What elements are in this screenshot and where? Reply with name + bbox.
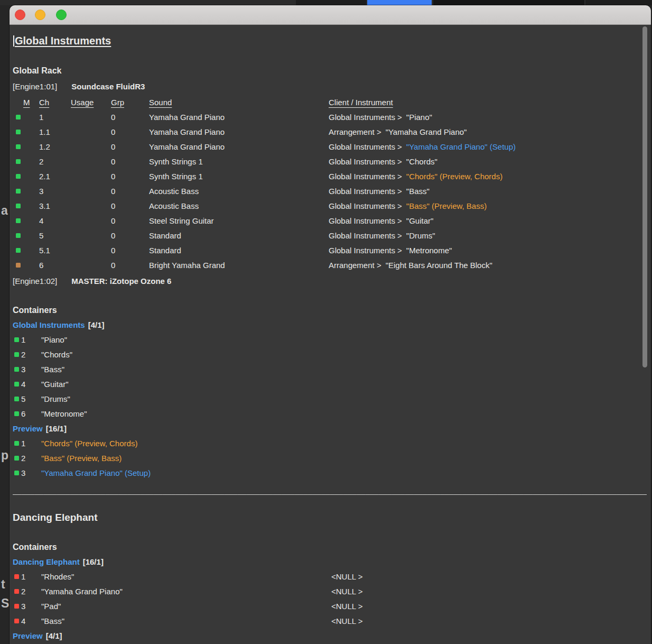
item-marker-cell bbox=[14, 392, 21, 407]
background-menubar-segment bbox=[585, 0, 652, 5]
item-number: 3 bbox=[21, 362, 41, 377]
section-divider: ________________________________________… bbox=[13, 483, 647, 498]
client-instrument-name: "Eight Bars Around The Block" bbox=[386, 261, 492, 270]
document-title-row: Global Instruments bbox=[13, 33, 647, 49]
green-status-icon bbox=[14, 456, 19, 461]
containers-heading: Containers bbox=[13, 303, 647, 318]
rack-cell-group: 0 bbox=[111, 110, 149, 125]
rack-cell-mute bbox=[16, 258, 39, 273]
rack-cell-sound: Bright Yamaha Grand bbox=[149, 258, 329, 273]
container-group-count: [4/1] bbox=[46, 631, 62, 640]
item-number: 4 bbox=[21, 614, 41, 629]
green-status-icon bbox=[16, 159, 21, 164]
item-marker-cell bbox=[14, 436, 21, 451]
item-number: 2 bbox=[21, 584, 41, 599]
page-title: Global Instruments bbox=[15, 35, 111, 47]
container-item: 2"Chords" bbox=[13, 347, 647, 362]
item-label: "Chords" bbox=[41, 347, 331, 362]
green-status-icon bbox=[16, 144, 21, 149]
client-instrument-name: "Guitar" bbox=[406, 216, 434, 225]
rack-cell-mute bbox=[16, 214, 39, 228]
rack-cell-mute bbox=[16, 243, 39, 258]
rack-cell-group: 0 bbox=[111, 214, 149, 228]
item-label: "Bass" (Preview, Bass) bbox=[41, 451, 331, 466]
client-prefix: Arrangement > bbox=[329, 127, 381, 136]
window-titlebar[interactable] bbox=[10, 5, 651, 25]
column-header-usage: Usage bbox=[71, 98, 94, 107]
green-status-icon bbox=[14, 382, 19, 387]
rack-cell-group: 0 bbox=[111, 228, 149, 243]
client-prefix: Global Instruments > bbox=[329, 246, 402, 255]
item-marker-cell bbox=[14, 407, 21, 421]
item-label: "Metronome" bbox=[41, 407, 331, 421]
container-group-name: Preview bbox=[13, 424, 43, 433]
rack-cell-client: Global Instruments >"Chords" (Preview, C… bbox=[329, 169, 647, 184]
container-group-header: Global Instruments[4/1] bbox=[13, 318, 647, 333]
item-number: 4 bbox=[21, 377, 41, 392]
red-status-icon bbox=[14, 619, 19, 623]
rack-cell-sound: Standard bbox=[149, 243, 329, 258]
item-marker-cell bbox=[14, 614, 21, 629]
client-instrument-name: "Bass" (Preview, Bass) bbox=[406, 201, 487, 210]
scrollbar-thumb[interactable] bbox=[642, 26, 647, 367]
engine-tag: [Engine1:02] bbox=[13, 277, 57, 286]
container-item: 2"Bass" (Preview, Bass) bbox=[13, 451, 647, 466]
item-number: 1 bbox=[21, 333, 41, 347]
container-group-count: [16/1] bbox=[46, 424, 67, 433]
column-header-ch: Ch bbox=[39, 98, 49, 107]
item-number: 2 bbox=[21, 451, 41, 466]
rack-cell-channel: 1.1 bbox=[39, 125, 71, 140]
item-number: 3 bbox=[21, 599, 41, 614]
minimize-button[interactable] bbox=[35, 10, 45, 20]
item-marker-cell bbox=[14, 362, 21, 377]
red-status-icon bbox=[14, 589, 19, 594]
item-number: 1 bbox=[21, 569, 41, 584]
item-client-null bbox=[331, 451, 647, 466]
container-item: 3"Bass" bbox=[13, 362, 647, 377]
item-client-null bbox=[331, 377, 647, 392]
rack-cell-group: 0 bbox=[111, 199, 149, 214]
rack-cell-usage bbox=[71, 214, 111, 228]
rack-cell-channel: 2 bbox=[39, 154, 71, 169]
item-client-null: <NULL > bbox=[331, 614, 647, 629]
client-instrument-name: "Drums" bbox=[406, 231, 435, 240]
rack-cell-mute bbox=[16, 140, 39, 154]
red-status-icon bbox=[14, 574, 19, 579]
rack-cell-client: Global Instruments >"Bass" (Preview, Bas… bbox=[329, 199, 647, 214]
rack-cell-client: Arrangement >"Eight Bars Around The Bloc… bbox=[329, 258, 647, 273]
rack-row: 60Bright Yamaha GrandArrangement >"Eight… bbox=[13, 258, 647, 273]
client-instrument-name: "Metronome" bbox=[406, 246, 452, 255]
background-menubar-segment bbox=[296, 0, 366, 5]
background-window-edge: a p t S bbox=[0, 5, 10, 644]
rack-row: 1.20Yamaha Grand PianoGlobal Instruments… bbox=[13, 140, 647, 154]
green-status-icon bbox=[16, 174, 21, 179]
container-group-count: [4/1] bbox=[88, 320, 105, 329]
rack-row: 20Synth Strings 1Global Instruments >"Ch… bbox=[13, 154, 647, 169]
rack-cell-usage bbox=[71, 154, 111, 169]
rack-cell-sound: Acoustic Bass bbox=[149, 199, 329, 214]
rack-cell-client: Global Instruments >"Metronome" bbox=[329, 243, 647, 258]
window-content: Global Instruments Global Rack [Engine1:… bbox=[10, 25, 651, 643]
green-status-icon bbox=[14, 411, 19, 416]
rack-table: M Ch Usage Grp Sound Client / Instrument… bbox=[13, 95, 647, 273]
zoom-button[interactable] bbox=[56, 10, 67, 20]
item-client-null bbox=[331, 333, 647, 347]
green-status-icon bbox=[14, 337, 19, 342]
rack-cell-channel: 3 bbox=[39, 184, 71, 199]
item-marker-cell bbox=[14, 451, 21, 466]
item-label: "Bass" bbox=[41, 362, 331, 377]
rack-cell-mute bbox=[16, 184, 39, 199]
rack-rows: 10Yamaha Grand PianoGlobal Instruments >… bbox=[13, 110, 647, 273]
rack-cell-group: 0 bbox=[111, 243, 149, 258]
engine-line-1: [Engine1:01]Soundcase FluidR3 bbox=[13, 79, 647, 94]
close-button[interactable] bbox=[15, 10, 25, 20]
client-prefix: Global Instruments > bbox=[329, 201, 402, 210]
rack-row: 5.10StandardGlobal Instruments >"Metrono… bbox=[13, 243, 647, 258]
engine-tag: [Engine1:01] bbox=[13, 82, 57, 91]
rack-cell-sound: Synth Strings 1 bbox=[149, 154, 329, 169]
item-client-null bbox=[331, 436, 647, 451]
rack-row: 2.10Synth Strings 1Global Instruments >"… bbox=[13, 169, 647, 184]
background-menubar-highlight bbox=[367, 0, 432, 5]
item-label: "Chords" (Preview, Chords) bbox=[41, 436, 331, 451]
item-label: "Piano" bbox=[41, 333, 331, 347]
